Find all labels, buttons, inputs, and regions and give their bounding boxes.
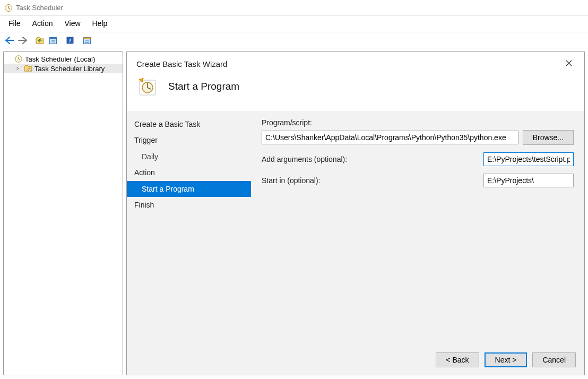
tree-library[interactable]: Task Scheduler Library [4, 64, 123, 73]
wizard-heading: Start a Program [168, 81, 239, 92]
calendar-icon[interactable] [47, 34, 59, 47]
cancel-button[interactable]: Cancel [532, 352, 576, 367]
app-clock-icon [4, 4, 13, 12]
wizard-title: Create Basic Task Wizard [136, 59, 227, 68]
nav-action-start-program[interactable]: Start a Program [127, 181, 251, 197]
window-titlebar: Task Scheduler [0, 0, 588, 16]
svg-rect-5 [50, 37, 57, 39]
svg-rect-11 [84, 37, 91, 39]
tree-root[interactable]: Task Scheduler (Local) [4, 54, 123, 64]
start-in-input[interactable] [483, 174, 574, 187]
tree-library-label: Task Scheduler Library [34, 65, 105, 73]
forward-arrow-icon[interactable] [16, 34, 29, 47]
nav-trigger-daily[interactable]: Daily [127, 149, 251, 165]
tree-root-label: Task Scheduler (Local) [25, 55, 95, 63]
close-icon [565, 59, 573, 67]
nav-create-basic-task[interactable]: Create a Basic Task [127, 116, 251, 132]
browse-button[interactable]: Browse... [523, 130, 574, 145]
nav-trigger[interactable]: Trigger [127, 132, 251, 148]
properties-icon[interactable] [81, 34, 93, 47]
tree-pane: Task Scheduler (Local) Task Scheduler Li… [3, 51, 123, 375]
nav-finish[interactable]: Finish [127, 197, 251, 213]
back-button[interactable]: < Back [436, 352, 479, 367]
clock-icon [14, 55, 23, 63]
program-script-input[interactable] [262, 131, 518, 144]
chevron-right-icon[interactable] [15, 66, 22, 71]
nav-action[interactable]: Action [127, 165, 251, 180]
add-arguments-input[interactable] [483, 152, 574, 166]
menu-view[interactable]: View [59, 17, 85, 30]
menu-help[interactable]: Help [87, 17, 113, 30]
wizard-form: Program/script: Browse... Add arguments … [251, 111, 584, 346]
window-title: Task Scheduler [16, 4, 63, 12]
next-button[interactable]: Next > [485, 352, 528, 367]
up-folder-icon[interactable] [33, 34, 46, 47]
start-in-label: Start in (optional): [262, 176, 479, 185]
wizard-dialog: Create Basic Task Wizard Start a Program [127, 52, 584, 375]
svg-text:?: ? [68, 37, 72, 44]
add-arguments-label: Add arguments (optional): [262, 155, 479, 163]
menubar: File Action View Help [0, 16, 588, 32]
program-script-label: Program/script: [262, 118, 574, 127]
help-icon[interactable]: ? [64, 34, 76, 47]
menu-file[interactable]: File [3, 17, 26, 30]
back-arrow-icon[interactable] [3, 34, 16, 47]
wizard-footer: < Back Next > Cancel [127, 346, 584, 375]
wizard-banner: Start a Program [127, 74, 584, 111]
content-pane: Create Basic Task Wizard Start a Program [126, 51, 585, 375]
wizard-nav: Create a Basic Task Trigger Daily Action… [127, 111, 251, 346]
toolbar: ? [0, 32, 588, 48]
menu-action[interactable]: Action [27, 17, 58, 30]
close-button[interactable] [563, 59, 575, 67]
wizard-clock-icon [136, 76, 158, 97]
folder-clock-icon [24, 64, 32, 73]
